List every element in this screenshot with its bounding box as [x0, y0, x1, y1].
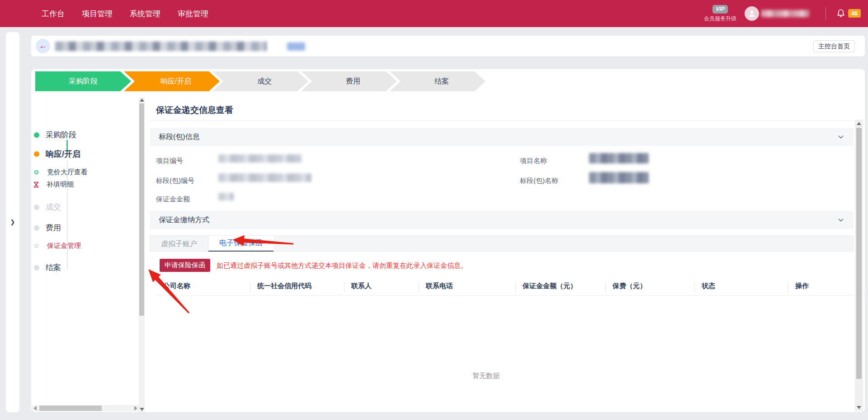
gray-dot-icon	[34, 205, 39, 210]
sidebar-item-response-open[interactable]: 响应/开启	[34, 149, 80, 159]
left-drawer-strip: ❯	[6, 32, 19, 412]
sidebar-hscroll-thumb[interactable]	[39, 406, 102, 411]
field-label-project-no: 项目编号	[156, 157, 183, 165]
menu-item-workbench[interactable]: 工作台	[42, 9, 65, 19]
timeline-line	[67, 160, 68, 270]
user-avatar[interactable]	[745, 6, 759, 21]
page-title: 保证金递交信息查看	[156, 104, 233, 116]
step-procurement-stage[interactable]: 采购阶段	[35, 71, 131, 91]
notification-count-badge[interactable]: 46	[848, 9, 861, 18]
menu-item-system-management[interactable]: 系统管理	[130, 9, 160, 19]
content-card: 采购阶段 响应/开启 成交 费用 结案 采购阶段 响应/开启 竞价大厅查看	[31, 69, 865, 412]
topbar-divider	[826, 7, 826, 20]
payment-tabs: 虚拟子账户 电子保险保函	[150, 235, 854, 252]
process-steps: 采购阶段 响应/开启 成交 费用 结案	[35, 71, 486, 91]
step-response-open[interactable]: 响应/开启	[124, 71, 220, 91]
top-nav-bar: 工作台 项目管理 系统管理 审批管理 VIP 会员服务升级 46	[0, 0, 868, 27]
content-vertical-scrollbar[interactable]	[855, 120, 863, 411]
column-contact-phone: 联系电话	[419, 282, 515, 290]
content-vscroll-thumb[interactable]	[856, 128, 862, 379]
column-credit-code: 统一社会信用代码	[250, 282, 344, 290]
sidebar-item-bidding-hall[interactable]: 竞价大厅查看	[34, 168, 88, 177]
vip-upgrade[interactable]: VIP 会员服务升级	[704, 5, 736, 23]
sidebar-item-fees[interactable]: 费用	[34, 223, 61, 233]
redacted-lot-name	[589, 172, 649, 183]
redacted-deposit-amount	[218, 193, 234, 201]
sidebar-label: 采购阶段	[46, 130, 76, 140]
page-header-card: ← 主控台首页	[31, 36, 865, 56]
hourglass-icon	[33, 181, 40, 188]
top-menu: 工作台 项目管理 系统管理 审批管理	[42, 9, 208, 19]
person-icon	[747, 9, 756, 18]
tab-virtual-subaccount[interactable]: 虚拟子账户	[150, 236, 208, 252]
sidebar-item-deal[interactable]: 成交	[34, 202, 61, 212]
sidebar-label: 保证金管理	[47, 242, 81, 250]
step-fees[interactable]: 费用	[301, 71, 397, 91]
section-payment-method: 保证金缴纳方式	[150, 211, 854, 229]
scroll-down-arrow-icon[interactable]	[857, 406, 861, 409]
redacted-project-title	[55, 42, 267, 51]
menu-item-approval-management[interactable]: 审批管理	[178, 9, 208, 19]
redacted-username	[761, 10, 809, 17]
field-label-lot-name: 标段(包)名称	[520, 177, 558, 185]
sidebar-label: 费用	[46, 223, 61, 233]
field-label-lot-no: 标段(包)编号	[156, 177, 194, 185]
green-dot-icon	[34, 132, 39, 138]
main-panel: 保证金递交信息查看 标段(包)信息 项目编号 项目名称 标段(包)编号 标段(包…	[118, 95, 854, 412]
apply-insurance-letter-button[interactable]: 申请保险保函	[160, 259, 210, 272]
gray-dot-icon	[34, 225, 39, 231]
divider	[150, 121, 854, 121]
guarantee-table-header: 公司名称 统一社会信用代码 联系人 联系电话 保证金金额（元） 保费（元） 状态…	[156, 277, 868, 296]
scroll-up-arrow-icon[interactable]	[857, 122, 861, 125]
orange-dot-icon	[34, 151, 39, 157]
vip-icon: VIP	[712, 5, 727, 14]
scroll-left-arrow-icon[interactable]	[33, 406, 37, 411]
duplicate-deposit-warning: 如已通过虚拟子账号或其他方式递交本项目保证金，请勿重复在此录入保证金信息。	[217, 261, 467, 270]
sidebar-item-supplement-details[interactable]: 补填明细	[33, 180, 74, 189]
collapse-chevron-icon[interactable]	[837, 216, 844, 224]
redacted-status-chip	[287, 42, 305, 51]
gray-ring-icon	[34, 244, 38, 248]
drawer-expand-chevron-icon[interactable]: ❯	[9, 218, 17, 226]
step-deal[interactable]: 成交	[212, 71, 308, 91]
column-deposit-amount: 保证金金额（元）	[515, 282, 605, 290]
step-closing[interactable]: 结案	[390, 71, 486, 91]
app-root: 工作台 项目管理 系统管理 审批管理 VIP 会员服务升级 46 ❯ ← 主控台…	[0, 0, 868, 420]
sidebar-label: 响应/开启	[46, 149, 80, 159]
sidebar-label: 竞价大厅查看	[47, 168, 88, 177]
redacted-project-no	[218, 154, 302, 163]
redacted-project-name	[589, 153, 649, 163]
column-contact-person: 联系人	[344, 282, 419, 290]
vip-caption: 会员服务升级	[704, 15, 736, 23]
green-ring-icon	[34, 170, 38, 174]
column-status: 状态	[694, 282, 788, 290]
column-company-name: 公司名称	[156, 282, 250, 290]
sidebar-item-deposit-management[interactable]: 保证金管理	[34, 242, 81, 250]
section-title: 标段(包)信息	[159, 132, 200, 142]
sidebar-label: 结案	[46, 262, 61, 273]
notification-bell-icon[interactable]	[835, 8, 846, 19]
section-lot-info: 标段(包)信息	[150, 128, 854, 146]
gray-dot-icon	[34, 265, 39, 271]
back-button[interactable]: ←	[36, 39, 50, 53]
empty-table-placeholder: 暂无数据	[118, 372, 854, 380]
sidebar-item-closing[interactable]: 结案	[34, 262, 61, 273]
field-label-project-name: 项目名称	[520, 157, 547, 165]
column-premium: 保费（元）	[605, 282, 694, 290]
sidebar-label: 成交	[46, 202, 61, 212]
section-title: 保证金缴纳方式	[159, 215, 209, 225]
redacted-lot-no	[218, 173, 311, 182]
menu-item-project-management[interactable]: 项目管理	[82, 9, 113, 19]
tab-electronic-insurance-letter[interactable]: 电子保险保函	[208, 235, 274, 252]
sidebar-item-procurement-stage[interactable]: 采购阶段	[34, 130, 76, 140]
sidebar-label: 补填明细	[47, 180, 74, 189]
collapse-chevron-icon[interactable]	[837, 133, 844, 140]
field-label-deposit-amount: 保证金金额	[156, 195, 190, 204]
console-home-button[interactable]: 主控台首页	[813, 40, 855, 52]
